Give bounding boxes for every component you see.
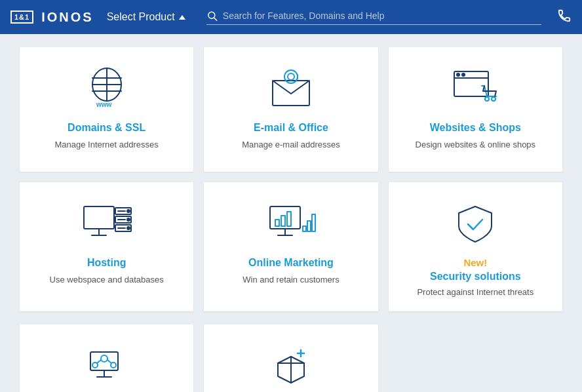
- logo-text: IONOS: [41, 10, 93, 25]
- svg-point-16: [485, 97, 489, 101]
- svg-rect-33: [275, 220, 279, 226]
- card-websites-shops[interactable]: Websites & Shops Design websites & onlin…: [389, 47, 562, 172]
- card-security-solutions[interactable]: New! Security solutions Protect against …: [389, 182, 562, 311]
- select-product-button[interactable]: Select Product: [107, 11, 185, 23]
- svg-point-24: [127, 210, 130, 212]
- card-online-marketing[interactable]: Online Marketing Win and retain customer…: [204, 182, 378, 311]
- box-plus-icon: [268, 340, 314, 392]
- card-network[interactable]: [20, 324, 193, 392]
- chevron-up-icon: [179, 15, 185, 20]
- svg-point-10: [288, 73, 294, 80]
- partial-grid: [0, 324, 582, 392]
- online-marketing-desc: Win and retain customers: [242, 274, 339, 286]
- svg-text:www: www: [96, 101, 112, 108]
- card-email-office[interactable]: E-mail & Office Manage e-mail addresses: [204, 47, 378, 172]
- svg-line-45: [97, 360, 101, 363]
- search-input[interactable]: [223, 10, 541, 21]
- domains-ssl-title: Domains & SSL: [68, 122, 146, 134]
- email-office-desc: Manage e-mail addresses: [242, 139, 340, 151]
- svg-point-42: [101, 355, 107, 362]
- svg-rect-38: [312, 214, 315, 231]
- svg-point-25: [127, 218, 130, 221]
- header: 1&1 IONOS Select Product: [0, 0, 582, 34]
- svg-rect-35: [287, 212, 291, 226]
- security-solutions-title: Security solutions: [430, 271, 521, 283]
- globe-www-icon: www: [81, 63, 133, 115]
- svg-line-1: [214, 18, 216, 20]
- websites-shops-desc: Design websites & online shops: [416, 139, 536, 151]
- svg-line-46: [107, 360, 111, 363]
- svg-point-26: [127, 227, 130, 229]
- security-solutions-desc: Protect against Internet threats: [417, 286, 534, 298]
- empty-slot: [389, 324, 562, 392]
- svg-rect-34: [281, 216, 285, 226]
- shield-check-icon: [452, 198, 498, 250]
- svg-rect-37: [307, 221, 311, 231]
- new-label: New!: [463, 257, 487, 268]
- logo-box: 1&1: [10, 10, 33, 24]
- hosting-desc: Use webspace and databases: [50, 274, 164, 286]
- hosting-title: Hosting: [87, 257, 126, 269]
- online-marketing-title: Online Marketing: [248, 257, 334, 269]
- search-bar: [206, 10, 541, 25]
- monitor-bars-icon: [265, 198, 317, 250]
- svg-point-14: [457, 73, 459, 76]
- email-office-title: E-mail & Office: [254, 122, 328, 134]
- product-grid: www Domains & SSL Manage Internet addres…: [0, 34, 582, 324]
- card-hosting[interactable]: Hosting Use webspace and databases: [20, 182, 193, 311]
- card-server-cloud[interactable]: [204, 324, 378, 392]
- domains-ssl-desc: Manage Internet addresses: [55, 139, 159, 151]
- email-icon: [265, 63, 317, 115]
- select-product-label: Select Product: [107, 11, 175, 23]
- card-domains-ssl[interactable]: www Domains & SSL Manage Internet addres…: [20, 47, 193, 172]
- svg-point-15: [462, 73, 465, 76]
- share-monitor-icon: [84, 340, 130, 392]
- svg-rect-36: [303, 226, 306, 231]
- websites-shops-title: Websites & Shops: [430, 122, 521, 134]
- browser-cart-icon: [449, 63, 501, 115]
- svg-rect-18: [84, 206, 114, 229]
- server-monitor-icon: [77, 198, 136, 250]
- search-icon: [206, 10, 218, 22]
- phone-icon[interactable]: [557, 9, 572, 26]
- svg-point-17: [492, 97, 495, 101]
